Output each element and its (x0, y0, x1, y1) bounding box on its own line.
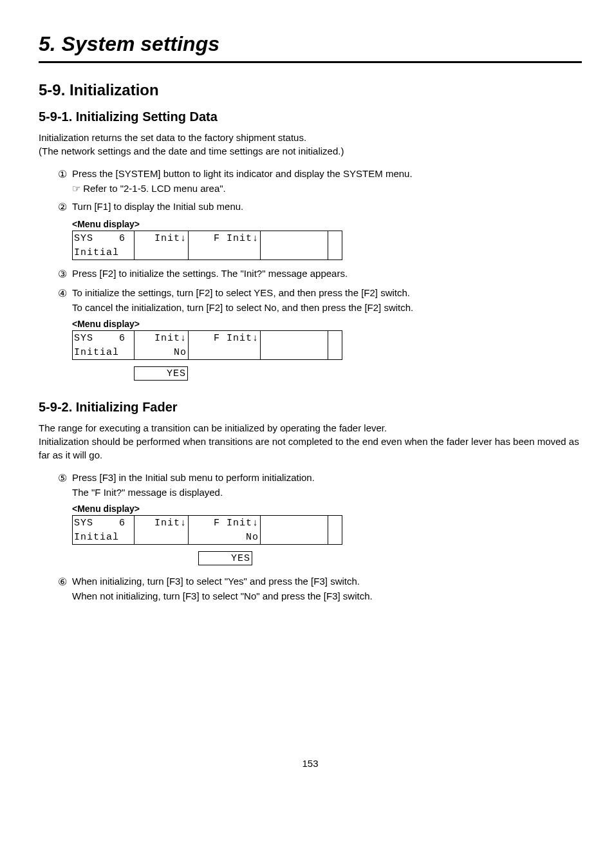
d2-r2-c5 (328, 345, 342, 359)
display-1-row-1: SYS 6 Init↓ F Init↓ (73, 231, 342, 245)
step-5a: Press [F3] in the Initial sub menu to pe… (72, 472, 315, 483)
section-title: 5-9. Initialization (39, 81, 582, 99)
intro-591-line1: Initialization returns the set data to t… (39, 132, 306, 143)
intro-592-line2: Initialization should be performed when … (39, 436, 579, 460)
d1-r2-c2 (135, 245, 189, 259)
step-2: ② Turn [F1] to display the Initial sub m… (58, 200, 582, 215)
d3-r2-c1: Initial (73, 530, 135, 544)
d2-r2-c4 (261, 345, 328, 359)
d3-r2-c3: No (189, 530, 261, 544)
step-5b: The "F Init?" message is displayed. (72, 487, 223, 498)
intro-592: The range for executing a transition can… (39, 421, 582, 462)
step-6-num: ⑥ (58, 574, 72, 590)
steps-592: ⑤ Press [F3] in the Initial sub menu to … (58, 471, 582, 500)
display-1: SYS 6 Init↓ F Init↓ Initial (72, 231, 342, 260)
d1-r1-c2: Init↓ (135, 231, 189, 245)
step-1-num: ① (58, 167, 72, 182)
display-1-label: <Menu display> (72, 219, 582, 229)
steps-592b: ⑥ When initializing, turn [F3] to select… (58, 574, 582, 603)
display-3-yes: YES (198, 551, 252, 565)
step-4b: To cancel the initialization, turn [F2] … (72, 302, 413, 313)
display-3-label: <Menu display> (72, 504, 582, 514)
step-6a: When initializing, turn [F3] to select "… (72, 576, 360, 587)
d3-r2-c2 (135, 530, 189, 544)
step-4-body: To initialize the settings, turn [F2] to… (72, 286, 582, 315)
intro-592-line1: The range for executing a transition can… (39, 422, 387, 433)
step-5: ⑤ Press [F3] in the Initial sub menu to … (58, 471, 582, 500)
chapter-title: 5. System settings (39, 32, 582, 63)
step-5-body: Press [F3] in the Initial sub menu to pe… (72, 471, 582, 500)
display-2-row-1: SYS 6 Init↓ F Init↓ (73, 331, 342, 345)
step-1-text: Press the [SYSTEM] button to light its i… (72, 168, 413, 179)
steps-591: ① Press the [SYSTEM] button to light its… (58, 167, 582, 215)
display-2-label: <Menu display> (72, 319, 582, 329)
step-1-body: Press the [SYSTEM] button to light its i… (72, 167, 582, 196)
sub-title-591: 5-9-1. Initializing Setting Data (39, 109, 582, 124)
step-3-body: Press [F2] to initialize the settings. T… (72, 267, 582, 281)
d1-r1-c4 (261, 231, 328, 245)
display-2: SYS 6 Init↓ F Init↓ Initial No (72, 330, 342, 360)
d2-r1-c4 (261, 331, 328, 345)
step-6: ⑥ When initializing, turn [F3] to select… (58, 574, 582, 603)
step-1: ① Press the [SYSTEM] button to light its… (58, 167, 582, 196)
d3-r1-c5 (328, 516, 342, 530)
d2-r1-c1: SYS 6 (73, 331, 135, 345)
d3-r1-c3: F Init↓ (189, 516, 261, 530)
d1-r1-c3: F Init↓ (189, 231, 261, 245)
d1-r1-c1: SYS 6 (73, 231, 135, 245)
d2-r2-c3 (189, 345, 261, 359)
step-6-body: When initializing, turn [F3] to select "… (72, 574, 582, 603)
step-2-body: Turn [F1] to display the Initial sub men… (72, 200, 582, 214)
page-number: 153 (39, 758, 582, 769)
intro-591-line2: (The network settings and the date and t… (39, 146, 344, 156)
display-2-yes: YES (134, 366, 188, 381)
d2-r1-c2: Init↓ (135, 331, 189, 345)
step-5-num: ⑤ (58, 471, 72, 486)
display-1-row-2: Initial (73, 245, 342, 259)
step-6b: When not initializing, turn [F3] to sele… (72, 590, 373, 601)
step-3-num: ③ (58, 267, 72, 282)
step-3: ③ Press [F2] to initialize the settings.… (58, 267, 582, 282)
d2-r2-c1: Initial (73, 345, 135, 359)
step-4-num: ④ (58, 286, 72, 301)
steps-591b: ③ Press [F2] to initialize the settings.… (58, 267, 582, 315)
d3-r1-c2: Init↓ (135, 516, 189, 530)
d1-r1-c5 (328, 231, 342, 245)
d2-r1-c5 (328, 331, 342, 345)
d2-r1-c3: F Init↓ (189, 331, 261, 345)
step-1-refer: ☞ Refer to "2-1-5. LCD menu area". (72, 183, 226, 194)
intro-591: Initialization returns the set data to t… (39, 131, 582, 158)
d3-r1-c4 (261, 516, 328, 530)
display-3: SYS 6 Init↓ F Init↓ Initial No (72, 515, 342, 545)
step-4: ④ To initialize the settings, turn [F2] … (58, 286, 582, 315)
display-3-row-1: SYS 6 Init↓ F Init↓ (73, 516, 342, 530)
display-2-row-2: Initial No (73, 345, 342, 359)
sub-title-592: 5-9-2. Initializing Fader (39, 400, 582, 415)
d1-r2-c4 (261, 245, 328, 259)
d1-r2-c3 (189, 245, 261, 259)
display-3-row-2: Initial No (73, 530, 342, 544)
d3-r1-c1: SYS 6 (73, 516, 135, 530)
d3-r2-c5 (328, 530, 342, 544)
d2-r2-c2: No (135, 345, 189, 359)
step-4a: To initialize the settings, turn [F2] to… (72, 287, 410, 298)
d1-r2-c1: Initial (73, 245, 135, 259)
d1-r2-c5 (328, 245, 342, 259)
d3-r2-c4 (261, 530, 328, 544)
step-2-num: ② (58, 200, 72, 215)
